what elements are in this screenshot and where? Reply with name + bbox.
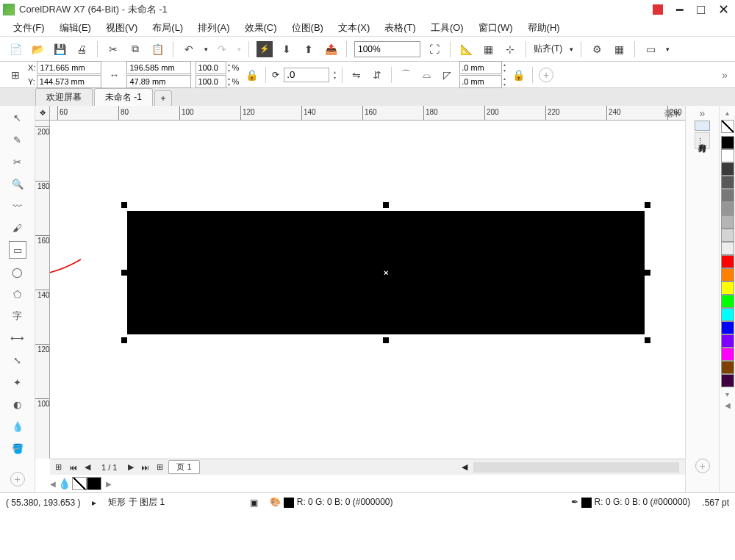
fill-tool-icon[interactable]: 🪣 — [9, 439, 26, 457]
pick-tool-icon[interactable]: ↖ — [9, 109, 26, 126]
ruler-origin-icon[interactable]: ✥ — [35, 106, 50, 121]
play-icon[interactable]: ▸ — [92, 498, 96, 508]
search-icon[interactable]: ⚡ — [257, 41, 273, 57]
page-tab[interactable]: 页 1 — [168, 460, 199, 474]
tab-document[interactable]: 未命名 -1 — [94, 88, 153, 106]
menu-effects[interactable]: 效果(C) — [239, 20, 283, 36]
connector-tool-icon[interactable]: ⤡ — [9, 351, 26, 369]
spinner-icon[interactable]: ▴▾ — [228, 76, 230, 87]
add-page-after-icon[interactable]: ⊞ — [154, 462, 165, 472]
transparency-tool-icon[interactable]: ◐ — [9, 395, 26, 413]
minimize-button[interactable]: ━ — [676, 3, 684, 17]
undo-icon[interactable]: ↶ — [181, 41, 197, 57]
hscroll-left-icon[interactable]: ◀ — [462, 462, 467, 472]
outline-indicator[interactable]: ✒ R: 0 G: 0 B: 0 (#000000) — [571, 497, 690, 508]
palette-swatch[interactable] — [721, 176, 734, 189]
palette-scroll-right-icon[interactable]: ▶ — [106, 480, 112, 488]
corner-scallop-icon[interactable]: ⌓ — [418, 67, 434, 83]
color-swatch[interactable] — [87, 477, 101, 490]
selection-handle-s[interactable] — [383, 337, 389, 343]
palette-swatch[interactable] — [721, 374, 734, 387]
height-input[interactable] — [126, 75, 191, 88]
menu-table[interactable]: 表格(T) — [379, 20, 422, 36]
grid-icon[interactable]: ▦ — [480, 41, 496, 57]
palette-swatch[interactable] — [721, 295, 734, 308]
corner-round-icon[interactable]: ⌒ — [398, 67, 414, 83]
corner-radius2-input[interactable] — [459, 75, 502, 88]
menu-tools[interactable]: 工具(O) — [425, 20, 470, 36]
customize-toolbox-button[interactable]: + — [10, 472, 25, 487]
artistic-media-icon[interactable]: 🖌 — [9, 219, 26, 237]
redo-icon[interactable]: ↷ — [214, 41, 230, 57]
menu-layout[interactable]: 布局(L) — [146, 20, 189, 36]
palette-swatch[interactable] — [721, 255, 734, 268]
first-page-icon[interactable]: ⏮ — [67, 463, 79, 472]
palette-swatch[interactable] — [721, 334, 734, 348]
spinner-icon[interactable]: ▴▾ — [503, 76, 506, 87]
palette-swatch[interactable] — [721, 348, 734, 361]
app-launcher-icon[interactable]: ▭ — [642, 41, 659, 57]
hints-docker-tab[interactable]: 提示 — [695, 121, 710, 131]
palette-swatch[interactable] — [721, 242, 734, 255]
horizontal-scrollbar[interactable] — [473, 462, 679, 473]
y-position-input[interactable] — [37, 75, 101, 88]
palette-swatch[interactable] — [721, 308, 734, 321]
mirror-h-icon[interactable]: ⇋ — [348, 67, 365, 83]
scale-x-input[interactable] — [196, 61, 226, 74]
freehand-tool-icon[interactable]: 〰 — [9, 197, 26, 215]
ruler-icon[interactable]: 📐 — [458, 41, 474, 57]
eyedropper-palette-icon[interactable]: 💧 — [56, 475, 72, 492]
palette-swatch[interactable] — [721, 268, 734, 281]
close-button[interactable]: ✕ — [718, 1, 729, 18]
lock-ratio-icon[interactable]: 🔒 — [243, 67, 259, 83]
palette-swatch[interactable] — [721, 321, 734, 334]
rectangle-tool-icon[interactable]: ▭ — [9, 241, 26, 259]
selected-rectangle-object[interactable]: × — [127, 211, 645, 334]
guides-icon[interactable]: ⊹ — [502, 41, 518, 57]
width-input[interactable] — [126, 61, 191, 74]
add-docker-button[interactable]: + — [695, 459, 710, 473]
palette-swatch[interactable] — [721, 202, 734, 215]
options-icon[interactable]: ⚙ — [589, 41, 605, 57]
color-proof-icon[interactable]: ▣ — [250, 498, 258, 508]
menu-bitmap[interactable]: 位图(B) — [286, 20, 329, 36]
palette-swatch[interactable] — [721, 136, 734, 149]
menu-arrange[interactable]: 排列(A) — [192, 20, 235, 36]
selection-handle-e[interactable] — [645, 270, 650, 276]
new-file-icon[interactable]: 📄 — [7, 41, 24, 57]
scale-y-input[interactable] — [196, 75, 226, 88]
ellipse-tool-icon[interactable]: ◯ — [9, 263, 26, 281]
palette-swatch[interactable] — [721, 149, 734, 162]
menu-file[interactable]: 文件(F) — [7, 20, 51, 36]
shape-tool-icon[interactable]: ✎ — [9, 131, 26, 148]
spinner-icon[interactable]: ▴▾ — [228, 62, 230, 73]
publish-icon[interactable]: 📤 — [323, 41, 339, 57]
corner-chamfer-icon[interactable]: ◸ — [439, 67, 455, 83]
horizontal-ruler[interactable]: 毫米 6080100120140160180200220240260 — [50, 106, 685, 121]
x-position-input[interactable] — [37, 61, 101, 74]
fill-indicator[interactable]: 🎨 R: 0 G: 0 B: 0 (#000000) — [270, 497, 392, 508]
launch-icon[interactable]: ▦ — [611, 41, 627, 57]
collapse-dock-icon[interactable]: » — [700, 107, 706, 119]
palette-swatch[interactable] — [721, 215, 734, 229]
selection-handle-n[interactable] — [383, 202, 389, 208]
lock-corners-icon[interactable]: 🔒 — [510, 67, 526, 83]
mirror-v-icon[interactable]: ⇵ — [369, 67, 385, 83]
maximize-button[interactable]: □ — [697, 2, 705, 18]
selection-handle-se[interactable] — [645, 337, 650, 343]
drawing-canvas[interactable]: × — [50, 121, 685, 459]
dimension-tool-icon[interactable]: ⟷ — [9, 329, 26, 347]
add-page-icon[interactable]: ⊞ — [53, 462, 64, 472]
zoom-tool-icon[interactable]: 🔍 — [9, 175, 26, 193]
eyedropper-tool-icon[interactable]: 💧 — [9, 417, 26, 435]
spinner-icon[interactable]: ▴▾ — [503, 62, 506, 73]
selection-handle-sw[interactable] — [121, 337, 127, 343]
selection-handle-nw[interactable] — [121, 202, 127, 208]
palette-swatch[interactable] — [721, 281, 734, 295]
export-icon[interactable]: ⬆ — [301, 41, 317, 57]
effects-tool-icon[interactable]: ✦ — [9, 373, 26, 391]
selection-handle-ne[interactable] — [645, 202, 650, 208]
palette-swatch[interactable] — [721, 361, 734, 374]
more-options-icon[interactable]: » — [722, 69, 728, 81]
palette-swatch[interactable] — [721, 189, 734, 202]
